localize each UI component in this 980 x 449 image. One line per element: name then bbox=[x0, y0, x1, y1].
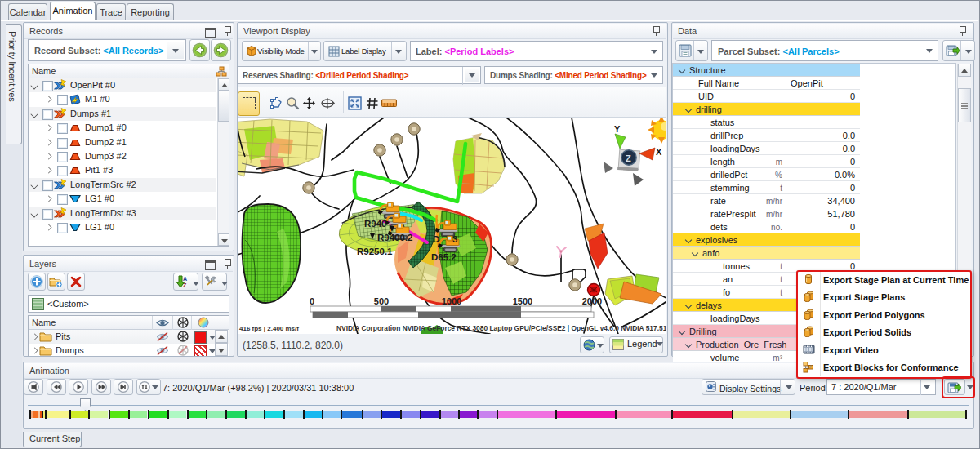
svg-text:R940: R940 bbox=[364, 219, 387, 229]
svg-text:NVIDIA Corporation NVIDIA GeFo: NVIDIA Corporation NVIDIA GeForce RTX 30… bbox=[336, 324, 666, 332]
svg-text:1000: 1000 bbox=[442, 296, 461, 306]
svg-text:0: 0 bbox=[310, 296, 314, 306]
svg-text:1500: 1500 bbox=[513, 296, 532, 306]
svg-text:X: X bbox=[656, 147, 662, 157]
svg-text:R9400.2: R9400.2 bbox=[377, 233, 412, 242]
svg-text:Z: Z bbox=[183, 282, 187, 288]
svg-text:D65.2: D65.2 bbox=[431, 252, 457, 262]
svg-text:3: 3 bbox=[452, 234, 457, 244]
svg-text:416 fps | 2.400 ms/f: 416 fps | 2.400 ms/f bbox=[239, 325, 299, 332]
svg-text:2000: 2000 bbox=[582, 296, 602, 306]
svg-text:A: A bbox=[183, 276, 187, 282]
svg-text:Z: Z bbox=[626, 153, 631, 163]
svg-text:500: 500 bbox=[374, 296, 389, 306]
svg-text:Y: Y bbox=[614, 124, 621, 134]
svg-text:R9250.1: R9250.1 bbox=[357, 247, 393, 256]
svg-text:D: D bbox=[433, 234, 439, 244]
